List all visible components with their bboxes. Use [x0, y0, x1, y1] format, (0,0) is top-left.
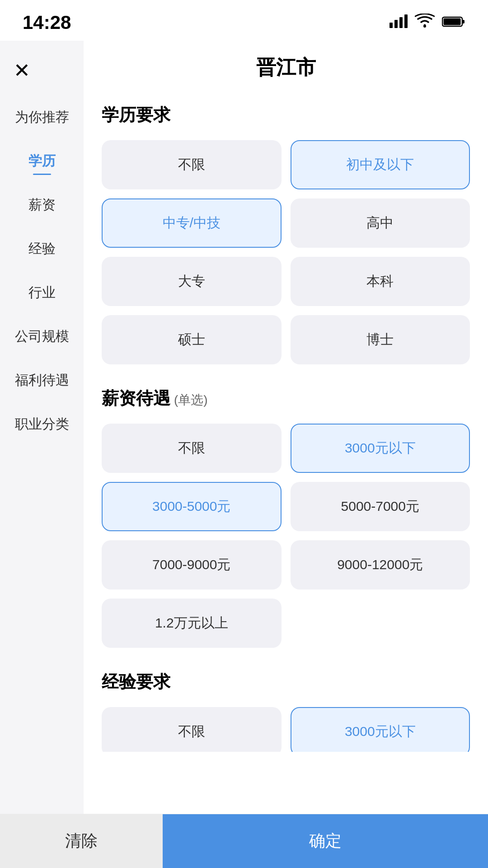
edu-master-btn[interactable]: 硕士: [102, 315, 282, 364]
education-section: 学历要求 不限 初中及以下 中专/中技 高中 大专 本科 硕士 博士: [102, 104, 470, 364]
edu-unlimited-btn[interactable]: 不限: [102, 140, 282, 189]
content-area: 晋江市 学历要求 不限 初中及以下 中专/中技 高中 大专 本科 硕士 博士 薪…: [84, 41, 488, 814]
main-layout: ✕ 为你推荐 学历 薪资 经验 行业 公司规模 福利待遇 职业分类 晋江市 学历…: [0, 41, 488, 814]
status-icons: [389, 13, 465, 32]
sal-9000-12000-btn[interactable]: 9000-12000元: [291, 540, 470, 590]
edu-junior-btn[interactable]: 初中及以下: [291, 140, 470, 189]
edu-college-btn[interactable]: 大专: [102, 257, 282, 306]
salary-section-title: 薪资待遇(单选): [102, 387, 470, 410]
status-bar: 14:28: [0, 0, 488, 41]
sidebar-item-industry[interactable]: 行业: [0, 271, 84, 315]
sidebar: ✕ 为你推荐 学历 薪资 经验 行业 公司规模 福利待遇 职业分类: [0, 41, 84, 814]
confirm-button[interactable]: 确定: [163, 814, 488, 868]
edu-highschool-btn[interactable]: 高中: [291, 198, 470, 248]
svg-point-4: [423, 25, 426, 28]
sidebar-item-benefits[interactable]: 福利待遇: [0, 359, 84, 402]
close-button[interactable]: ✕: [0, 50, 84, 95]
sidebar-item-education[interactable]: 学历: [0, 139, 84, 183]
sal-below3000-btn[interactable]: 3000元以下: [291, 424, 470, 473]
salary-options-grid: 不限 3000元以下 3000-5000元 5000-7000元 7000-90…: [102, 424, 470, 648]
edu-vocational-btn[interactable]: 中专/中技: [102, 198, 282, 248]
education-section-title: 学历要求: [102, 104, 470, 127]
sal-7000-9000-btn[interactable]: 7000-9000元: [102, 540, 282, 590]
edu-doctor-btn[interactable]: 博士: [291, 315, 470, 364]
experience-section: 经验要求 不限 3000元以下: [102, 670, 470, 752]
sidebar-item-experience[interactable]: 经验: [0, 227, 84, 271]
education-options-grid: 不限 初中及以下 中专/中技 高中 大专 本科 硕士 博士: [102, 140, 470, 364]
page-title: 晋江市: [102, 54, 470, 81]
signal-icon: [389, 13, 408, 32]
wifi-icon: [415, 13, 435, 32]
battery-icon: [442, 13, 465, 32]
bottom-bar: 清除 确定: [0, 814, 488, 868]
svg-rect-6: [462, 20, 465, 24]
sal-5000-7000-btn[interactable]: 5000-7000元: [291, 482, 470, 531]
experience-section-title: 经验要求: [102, 670, 470, 693]
svg-rect-2: [399, 17, 403, 28]
sidebar-item-company-size[interactable]: 公司规模: [0, 315, 84, 359]
sidebar-item-salary[interactable]: 薪资: [0, 183, 84, 227]
svg-rect-0: [389, 23, 393, 28]
experience-options-grid: 不限 3000元以下: [102, 707, 470, 752]
sal-above12000-btn[interactable]: 1.2万元以上: [102, 599, 282, 648]
status-time: 14:28: [23, 12, 71, 33]
sal-unlimited-btn[interactable]: 不限: [102, 424, 282, 473]
exp-unlimited-btn[interactable]: 不限: [102, 707, 282, 752]
sidebar-item-recommend[interactable]: 为你推荐: [0, 95, 84, 139]
clear-button[interactable]: 清除: [0, 814, 163, 868]
sidebar-item-job-type[interactable]: 职业分类: [0, 402, 84, 446]
sal-3000-5000-btn[interactable]: 3000-5000元: [102, 482, 282, 531]
svg-rect-3: [404, 14, 408, 28]
svg-rect-7: [444, 19, 461, 25]
edu-bachelor-btn[interactable]: 本科: [291, 257, 470, 306]
salary-section: 薪资待遇(单选) 不限 3000元以下 3000-5000元 5000-7000…: [102, 387, 470, 648]
svg-rect-1: [394, 20, 398, 28]
exp-below3000-btn[interactable]: 3000元以下: [291, 707, 470, 752]
